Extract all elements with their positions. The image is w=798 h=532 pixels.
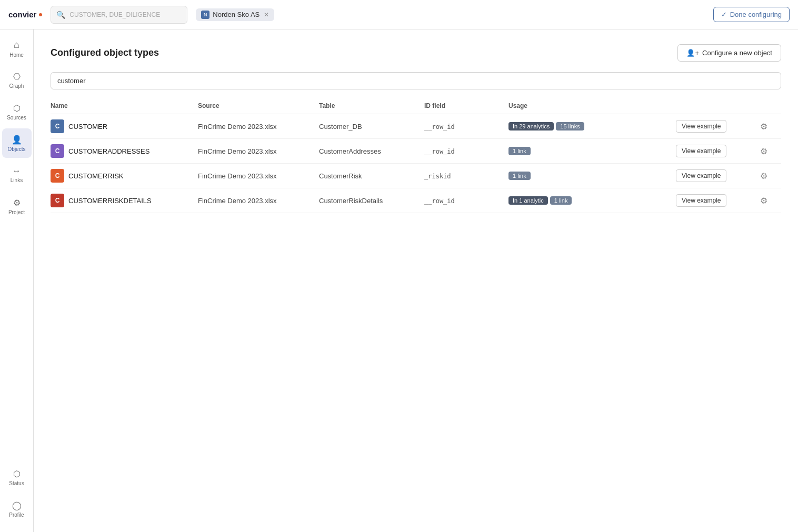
main-content: Configured object types 👤+ Configure a n… bbox=[34, 29, 798, 532]
settings-icon-customer[interactable]: ⚙ bbox=[760, 122, 767, 131]
table-row: C CUSTOMERADDRESSES FinCrime Demo 2023.x… bbox=[51, 139, 781, 164]
col-usage: Usage bbox=[508, 102, 676, 109]
object-name-customer: CUSTOMER bbox=[68, 123, 107, 131]
profile-icon: ◯ bbox=[12, 500, 22, 510]
done-configuring-button[interactable]: ✓ Done configuring bbox=[713, 7, 790, 22]
cell-name-customer: C CUSTOMER bbox=[51, 119, 198, 133]
view-example-button-customer[interactable]: View example bbox=[676, 120, 726, 133]
configure-btn-label: Configure a new object bbox=[702, 49, 772, 57]
table-row: C CUSTOMERRISKDETAILS FinCrime Demo 2023… bbox=[51, 188, 781, 213]
cell-idfield-customerriskdetails: __row_id bbox=[424, 197, 508, 205]
graph-icon: ⎔ bbox=[13, 72, 21, 82]
sidebar-item-status[interactable]: ⬡ Status bbox=[2, 463, 32, 492]
cell-name-customeraddresses: C CUSTOMERADDRESSES bbox=[51, 144, 198, 158]
badge-link: 1 link bbox=[508, 147, 531, 155]
object-icon-customer: C bbox=[51, 119, 64, 133]
sidebar-label-home: Home bbox=[9, 52, 24, 58]
logo-dot bbox=[39, 13, 42, 16]
sidebar-label-links: Links bbox=[11, 177, 23, 183]
sidebar-item-sources[interactable]: ⬡ Sources bbox=[2, 97, 32, 126]
cell-idfield-customeraddresses: __row_id bbox=[424, 147, 508, 155]
app-logo: convier bbox=[8, 10, 42, 19]
object-name-customerriskdetails: CUSTOMERRISKDETAILS bbox=[68, 197, 152, 205]
col-name: Name bbox=[51, 102, 198, 109]
project-icon: ⚙ bbox=[13, 198, 21, 208]
badge-links: 15 links bbox=[556, 122, 584, 131]
cell-source-customerriskdetails: FinCrime Demo 2023.xlsx bbox=[198, 197, 319, 205]
sidebar: ⌂ Home ⎔ Graph ⬡ Sources 👤 Objects ↔ Lin… bbox=[0, 29, 34, 532]
cell-settings-customerriskdetails: ⚙ bbox=[760, 196, 781, 206]
sidebar-label-objects: Objects bbox=[8, 146, 26, 152]
col-idfield: ID field bbox=[424, 102, 508, 109]
sources-icon: ⬡ bbox=[13, 103, 21, 113]
sidebar-label-profile: Profile bbox=[9, 512, 24, 518]
table-header: Name Source Table ID field Usage bbox=[51, 98, 781, 114]
cell-settings-customer: ⚙ bbox=[760, 122, 781, 132]
tab-close-icon[interactable]: ✕ bbox=[264, 11, 269, 18]
search-bar[interactable]: 🔍 CUSTOMER, DUE_DILIGENCE bbox=[51, 6, 187, 24]
object-icon-customerriskdetails: C bbox=[51, 194, 64, 207]
badge-link: 1 link bbox=[508, 172, 531, 180]
sidebar-label-status: Status bbox=[9, 480, 24, 486]
cell-source-customer: FinCrime Demo 2023.xlsx bbox=[198, 123, 319, 131]
sidebar-label-sources: Sources bbox=[7, 115, 26, 121]
col-settings bbox=[760, 102, 781, 109]
sidebar-label-graph: Graph bbox=[9, 83, 24, 89]
cell-usage-customerrisk: 1 link bbox=[508, 172, 676, 180]
cell-table-customerriskdetails: CustomerRiskDetails bbox=[319, 197, 424, 205]
cell-table-customeraddresses: CustomerAddresses bbox=[319, 147, 424, 155]
search-placeholder: CUSTOMER, DUE_DILIGENCE bbox=[69, 11, 160, 18]
search-icon: 🔍 bbox=[56, 11, 65, 19]
objects-table: Name Source Table ID field Usage C CUSTO… bbox=[51, 98, 781, 213]
done-button-label: Done configuring bbox=[730, 11, 782, 18]
cell-table-customer: Customer_DB bbox=[319, 123, 424, 131]
badge-link-2: 1 link bbox=[550, 196, 572, 205]
cell-viewexample-customer: View example bbox=[676, 120, 760, 133]
sidebar-item-graph[interactable]: ⎔ Graph bbox=[2, 65, 32, 95]
col-actions bbox=[676, 102, 760, 109]
sidebar-label-project: Project bbox=[8, 209, 25, 215]
cell-usage-customerriskdetails: In 1 analytic 1 link bbox=[508, 196, 676, 205]
view-example-button-customerriskdetails[interactable]: View example bbox=[676, 194, 726, 207]
app-layout: ⌂ Home ⎔ Graph ⬡ Sources 👤 Objects ↔ Lin… bbox=[0, 0, 798, 532]
object-icon-customerrisk: C bbox=[51, 169, 64, 183]
table-row: C CUSTOMER FinCrime Demo 2023.xlsx Custo… bbox=[51, 114, 781, 139]
view-example-button-customerrisk[interactable]: View example bbox=[676, 169, 726, 182]
cell-name-customerrisk: C CUSTOMERRISK bbox=[51, 169, 198, 183]
cell-idfield-customerrisk: _riskid bbox=[424, 172, 508, 180]
col-source: Source bbox=[198, 102, 319, 109]
sidebar-item-objects[interactable]: 👤 Objects bbox=[2, 128, 32, 158]
links-icon: ↔ bbox=[13, 166, 21, 176]
badge-analytic: In 1 analytic bbox=[508, 196, 548, 205]
cell-table-customerrisk: CustomerRisk bbox=[319, 172, 424, 180]
objects-icon: 👤 bbox=[12, 135, 22, 145]
status-icon: ⬡ bbox=[13, 469, 21, 479]
tab-icon: N bbox=[201, 11, 210, 19]
settings-icon-customerrisk[interactable]: ⚙ bbox=[760, 172, 767, 180]
table-row: C CUSTOMERRISK FinCrime Demo 2023.xlsx C… bbox=[51, 164, 781, 188]
settings-icon-customeraddresses[interactable]: ⚙ bbox=[760, 147, 767, 156]
cell-source-customerrisk: FinCrime Demo 2023.xlsx bbox=[198, 172, 319, 180]
configure-new-object-button[interactable]: 👤+ Configure a new object bbox=[677, 44, 781, 62]
settings-icon-customerriskdetails[interactable]: ⚙ bbox=[760, 196, 767, 205]
badge-analytics: In 29 analytics bbox=[508, 122, 554, 131]
cell-source-customeraddresses: FinCrime Demo 2023.xlsx bbox=[198, 147, 319, 155]
cell-usage-customeraddresses: 1 link bbox=[508, 147, 676, 155]
filter-input[interactable] bbox=[51, 72, 781, 89]
cell-usage-customer: In 29 analytics 15 links bbox=[508, 122, 676, 131]
configure-icon: 👤+ bbox=[686, 49, 699, 57]
sidebar-item-links[interactable]: ↔ Links bbox=[2, 160, 32, 189]
top-header: convier 🔍 CUSTOMER, DUE_DILIGENCE N Nord… bbox=[0, 0, 798, 29]
sidebar-item-project[interactable]: ⚙ Project bbox=[2, 192, 32, 221]
view-example-button-customeraddresses[interactable]: View example bbox=[676, 145, 726, 157]
sidebar-item-profile[interactable]: ◯ Profile bbox=[2, 494, 32, 524]
page-title: Configured object types bbox=[51, 47, 159, 58]
sidebar-item-home[interactable]: ⌂ Home bbox=[2, 34, 32, 63]
cell-settings-customerrisk: ⚙ bbox=[760, 171, 781, 181]
cell-settings-customeraddresses: ⚙ bbox=[760, 146, 781, 156]
object-icon-customeraddresses: C bbox=[51, 144, 64, 158]
active-tab[interactable]: N Norden Sko AS ✕ bbox=[196, 8, 274, 21]
tab-label: Norden Sko AS bbox=[213, 11, 260, 18]
col-table: Table bbox=[319, 102, 424, 109]
cell-idfield-customer: __row_id bbox=[424, 123, 508, 131]
